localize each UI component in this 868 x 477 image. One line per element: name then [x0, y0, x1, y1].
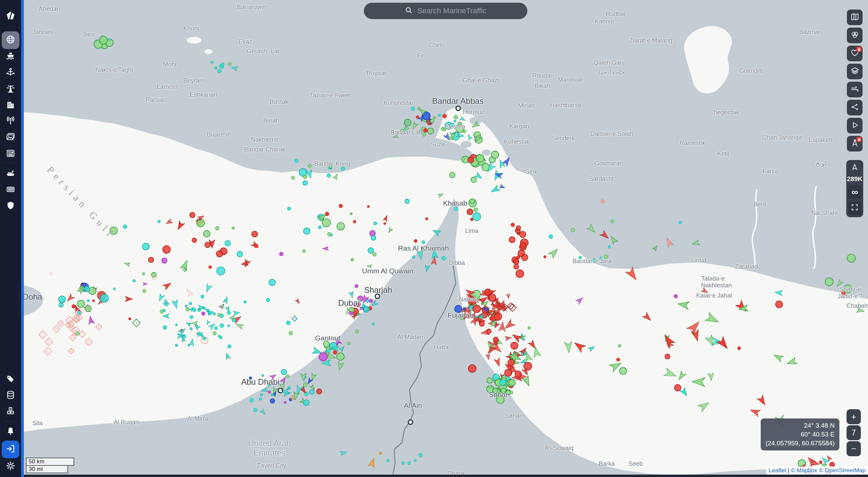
zoom-out-button[interactable]: − — [847, 441, 861, 456]
sidebar-item-shield[interactable] — [2, 197, 19, 215]
left-sidebar — [0, 0, 21, 477]
sidebar-item-database[interactable] — [2, 387, 19, 404]
layers-button[interactable] — [847, 64, 863, 79]
map-label: Ghal-e Ghazi — [463, 77, 499, 84]
measure-button[interactable] — [847, 136, 863, 152]
ship-icon — [5, 51, 16, 62]
map-label: Senderk — [552, 135, 575, 142]
map-label: Khonj — [183, 25, 199, 32]
routes-button[interactable] — [847, 100, 863, 115]
sidebar-item-logo — [2, 7, 19, 25]
map-label: Bandar Laft — [390, 129, 422, 136]
map-label: Beyram — [183, 77, 204, 84]
map-label: Rameshk — [680, 140, 706, 147]
map-label: Dubai — [338, 298, 360, 308]
map-label: Hashtbandi — [550, 102, 581, 109]
map-label: Golmorti — [739, 67, 762, 75]
map-label: Nakhlestan — [701, 282, 732, 289]
weather-button[interactable] — [847, 82, 863, 97]
sidebar-item-photos[interactable] — [2, 129, 19, 146]
zoom-in-button[interactable]: + — [847, 409, 861, 424]
leaflet-link[interactable]: Leaflet — [769, 467, 786, 474]
map-label: Dibba — [449, 259, 465, 267]
search-bar[interactable]: Search MarineTraffic — [364, 3, 527, 19]
country-label-line2: Emirates — [253, 448, 286, 458]
scale-km: 50 km — [26, 458, 74, 466]
sidebar-item-tag[interactable] — [2, 371, 19, 388]
play-button[interactable] — [847, 118, 863, 133]
map-label: Lima — [465, 227, 478, 235]
map-label: Kuhestak — [504, 138, 529, 145]
bottom-bar — [24, 475, 868, 477]
anchor-icon — [5, 67, 16, 79]
map-label: Ruydar — [367, 70, 386, 77]
infinity-button[interactable]: ∞ — [848, 185, 862, 199]
map-label: Suza — [431, 141, 445, 148]
map-label: Bandar Abbas — [432, 96, 484, 106]
favorites-button[interactable] — [847, 46, 863, 61]
map-label: Khasab — [443, 199, 467, 207]
layers-icon — [850, 66, 859, 77]
sidebar-item-anchor[interactable] — [2, 64, 19, 82]
sidebar-item-cargo-ship[interactable] — [2, 165, 19, 182]
osm-link[interactable]: © OpenStreetMap — [819, 467, 866, 474]
map-label: Kahnuj — [595, 18, 614, 25]
map-label: As Suwaiq — [544, 445, 573, 452]
scale-mi: 30 mi — [26, 465, 68, 473]
sidebar-item-ship[interactable] — [2, 48, 19, 65]
map-label: Fin — [417, 52, 425, 59]
sidebar-accent-strip — [21, 0, 24, 477]
map-label: Gantout — [315, 334, 341, 342]
globe-icon — [5, 34, 16, 46]
photos-icon — [5, 132, 16, 143]
map-label: Espakeh — [808, 137, 832, 144]
map-label: Kargan — [509, 123, 529, 130]
map-label: چاه دادخدا — [598, 68, 625, 76]
mapbox-link[interactable]: © Mapbox — [791, 467, 817, 474]
sidebar-item-gear[interactable] — [2, 458, 19, 475]
map-label: کویج — [816, 160, 827, 167]
sidebar-item-globe[interactable] — [2, 31, 19, 49]
sidebar-item-bell[interactable] — [2, 423, 19, 441]
map-label: Bastak — [269, 98, 288, 106]
guide-button[interactable] — [847, 10, 863, 25]
sidebar-item-building[interactable] — [2, 97, 19, 114]
sidebar-item-antenna[interactable] — [2, 113, 19, 130]
map-label: Shahr-e — [839, 286, 861, 293]
coordinates-lat: 24° 3.48 N — [765, 421, 835, 430]
map-label: Lar — [271, 48, 280, 55]
map-label: Doha — [22, 292, 42, 302]
map-label: Fanuj — [762, 168, 778, 175]
map-label: Jabrani — [32, 29, 52, 36]
map-label: Evaz — [238, 38, 252, 45]
map-labels-layer: DohaBandar AbbasDubaiSharjahAbu DhabiKha… — [0, 0, 868, 477]
map-label: Gerash — [247, 48, 267, 55]
map-label: Zayed City — [257, 462, 286, 469]
fullscreen-button[interactable] — [848, 201, 862, 215]
zoom-level: 7 — [847, 425, 861, 440]
map-label: Minab — [518, 102, 534, 109]
map-label: Nakhl-e Taghi — [95, 66, 133, 74]
map-label: Roudan — [532, 72, 554, 79]
sidebar-item-news[interactable] — [2, 145, 19, 163]
shield-icon — [5, 201, 16, 212]
infinity-icon: ∞ — [851, 188, 858, 197]
map-label: Tazian-e-Paeen — [310, 92, 353, 99]
filters-button[interactable] — [847, 28, 863, 43]
map-label: Kalat-e Jahal — [696, 292, 732, 299]
map-label: Chelo — [429, 42, 445, 49]
map-label: Barka — [599, 460, 615, 467]
map-label: Sohar — [489, 391, 508, 399]
sidebar-item-container[interactable] — [2, 181, 19, 199]
lighthouse-icon — [5, 83, 16, 95]
cursor-north-icon[interactable] — [850, 163, 859, 173]
fullscreen-icon — [850, 203, 859, 213]
map-label: Hatta — [434, 344, 448, 351]
play-icon — [850, 121, 859, 131]
map-label: Mohr — [163, 61, 177, 68]
coordinates-box: 24° 3.48 N 60° 40.53 E (24.057959, 60.67… — [761, 418, 839, 450]
sidebar-item-cubes[interactable] — [2, 403, 19, 420]
sidebar-item-lighthouse[interactable] — [2, 80, 19, 98]
lock-badge — [856, 47, 862, 52]
sidebar-item-sign-in[interactable] — [2, 441, 19, 458]
